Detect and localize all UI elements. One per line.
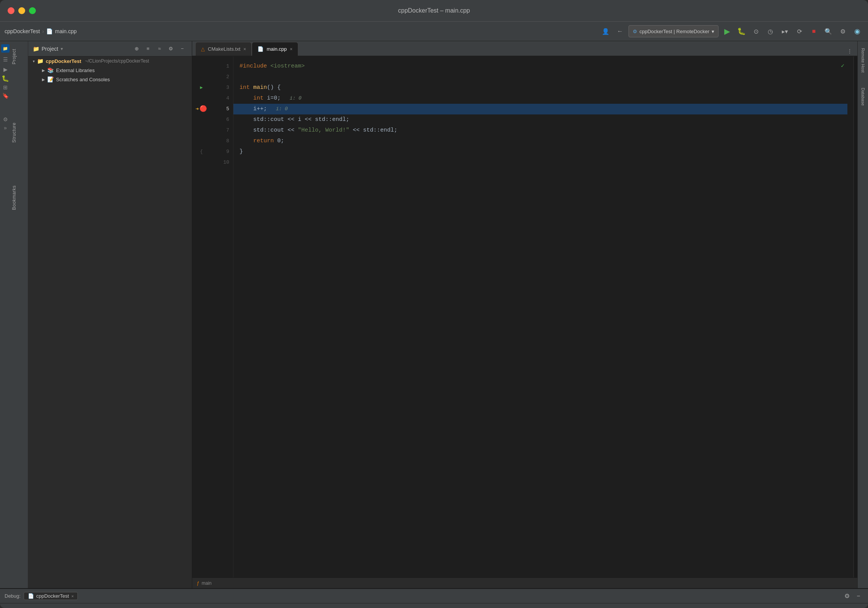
debug-settings-btn[interactable]: ⚙ [842, 591, 852, 601]
debug-rerun-btn[interactable]: ↺ [3, 605, 14, 608]
breadcrumb-separator: › [42, 28, 44, 34]
bookmark-icon-btn[interactable]: 🔖 [2, 93, 9, 99]
code-hello-str: "Hello, World!" [298, 125, 349, 136]
debug-frames-btn[interactable]: ≡ [43, 605, 54, 608]
panel-dropdown-arrow[interactable]: ▾ [61, 46, 63, 51]
run-button[interactable]: ▶ [721, 25, 733, 37]
panel-header-actions: ⊕ ≡ ≈ ⚙ − [132, 44, 187, 54]
debug-grid-btn[interactable]: ⊞ [116, 605, 127, 608]
code-line-6: std::cout << i << std::endl; [240, 114, 854, 125]
file-icon: 📄 [46, 28, 53, 34]
gutter-line-9[interactable]: { [192, 146, 211, 157]
gutter-line-7 [192, 125, 211, 136]
run-icon-btn[interactable]: ▶ [3, 66, 8, 72]
tab-cmake[interactable]: △ CMakeLists.txt × [195, 42, 252, 56]
code-int2-kw: int [253, 93, 264, 104]
search-button[interactable]: 🔍 [822, 25, 834, 37]
code-hint-5: i: 0 [267, 104, 288, 114]
line1-check: ✓ [841, 61, 844, 72]
editor-scrollbar[interactable] [854, 56, 857, 577]
breadcrumb-project[interactable]: cppDockerTest [5, 28, 40, 34]
tree-item-scratches[interactable]: ▶ 📝 Scratches and Consoles [28, 75, 192, 84]
minimize-button[interactable] [18, 7, 25, 14]
stop-button[interactable]: ■ [808, 25, 820, 37]
code-line-5: i++; i: 0 [233, 104, 847, 114]
ext-libs-icon: 📚 [47, 67, 54, 73]
debug-force-step-btn[interactable]: ⇓ [80, 605, 90, 608]
close-button[interactable] [8, 7, 14, 14]
code-iplusplus: i++; [253, 104, 267, 114]
breakpoint-arrow: ➜ [196, 104, 199, 114]
code-content[interactable]: #include <iostream> ✓ int main () { [233, 56, 854, 577]
debug-close-btn[interactable]: − [854, 591, 863, 601]
back-button[interactable]: ← [614, 25, 626, 37]
debug-session-tab[interactable]: 📄 cppDockerTest × [24, 592, 78, 600]
line-num-6: 6 [211, 114, 229, 125]
code-indent8 [240, 136, 253, 146]
right-tab-remote[interactable]: Remote Host [859, 44, 867, 76]
more-run-button[interactable]: ▸▾ [779, 25, 791, 37]
debug-session-close[interactable]: × [71, 594, 74, 598]
sort-btn[interactable]: ≈ [154, 44, 164, 54]
gutter-line-8 [192, 136, 211, 146]
debug-session-icon: 📄 [28, 593, 34, 599]
cpp-tab-label: main.cpp [267, 46, 287, 52]
right-tab-database[interactable]: Database [859, 84, 867, 109]
editor-more-btn[interactable]: ⋮ [845, 47, 854, 56]
cmake-button[interactable]: ⟳ [793, 25, 805, 37]
cpp-tab-close[interactable]: × [290, 47, 293, 52]
editor-tabs-actions: ⋮ [845, 47, 857, 56]
maximize-button[interactable] [29, 7, 36, 14]
left-sidebar: Project Structure Bookmarks 📁 ☰ ▶ 🐛 ⊞ 🔖 … [0, 41, 28, 588]
navbar: cppDockerTest › 📄 main.cpp 👤 ← ⚙ cppDock… [0, 21, 868, 41]
structure-icon-btn[interactable]: ⊞ [3, 84, 8, 90]
code-line-9: } [240, 146, 854, 157]
notifications-button[interactable]: ◉ [851, 25, 863, 37]
breadcrumb-fn-icon: ƒ [197, 581, 199, 586]
panel-header: 📁 Project ▾ ⊕ ≡ ≈ ⚙ − [28, 41, 192, 56]
cmake-tab-label: CMakeLists.txt [208, 46, 240, 52]
breakpoint-dot[interactable]: 🔴 [199, 104, 207, 114]
code-cout1: std::cout << i << std::endl; [253, 114, 349, 125]
line-num-9: 9 [211, 146, 229, 157]
code-line-1: #include <iostream> ✓ [240, 61, 854, 72]
ext-libs-label: External Libraries [56, 68, 95, 73]
code-hint-4: i: 0 [281, 93, 302, 104]
remote-selector[interactable]: ⚙ cppDockerTest | RemoteDocker ▾ [628, 25, 719, 37]
tab-main-cpp[interactable]: 📄 main.cpp × [252, 42, 298, 56]
cmake-tab-close[interactable]: × [243, 47, 246, 52]
commit-icon-btn[interactable]: ☰ [3, 56, 8, 63]
collapse-btn[interactable]: ≡ [143, 44, 153, 54]
code-line-8: return 0; [240, 136, 854, 146]
debug-step-into-btn[interactable]: ↓ [68, 605, 78, 608]
gutter-line-3[interactable]: ▶ [192, 82, 211, 93]
debug-eval-btn[interactable]: ↗ [104, 605, 115, 608]
left-icon-bar: 📁 ☰ ▶ 🐛 ⊞ 🔖 ⚙ » [0, 41, 11, 588]
vcs-button[interactable]: 👤 [600, 25, 612, 37]
debug-restore-btn[interactable]: ⊡ [854, 605, 865, 608]
debug-toolbar-right: ⊡ [854, 605, 865, 608]
breadcrumb-file[interactable]: main.cpp [55, 28, 77, 34]
tree-item-ext-libs[interactable]: ▶ 📚 External Libraries [28, 66, 192, 75]
more-icon-btn[interactable]: » [4, 125, 7, 131]
coverage-button[interactable]: ⊙ [750, 25, 762, 37]
profile-button[interactable]: ◷ [764, 25, 776, 37]
code-space1 [267, 61, 270, 72]
settings-panel-btn[interactable]: ⚙ [166, 44, 176, 54]
debug-step-out-btn[interactable]: ↑ [92, 605, 103, 608]
panel-folder-icon: 📁 [33, 46, 39, 52]
debug-step-over-btn[interactable]: ↷ [55, 605, 66, 608]
debug-list-btn[interactable]: ☰ [129, 605, 139, 608]
code-line-3: int main () { [240, 82, 854, 93]
scope-btn[interactable]: ⊕ [132, 44, 141, 54]
scratches-arrow: ▶ [42, 77, 45, 82]
settings-button[interactable]: ⚙ [837, 25, 849, 37]
close-panel-btn[interactable]: − [177, 44, 187, 54]
remote-selector-label: cppDockerTest | RemoteDocker [640, 29, 709, 34]
tree-root-item[interactable]: ▾ 📁 cppDockerTest ~/CLionProjects/cppDoc… [28, 56, 192, 66]
project-icon-btn[interactable]: 📁 [1, 44, 10, 53]
debug-icon-btn[interactable]: 🐛 [2, 75, 9, 82]
settings-icon-btn[interactable]: ⚙ [3, 116, 8, 122]
debug-button[interactable]: 🐛 [735, 25, 747, 37]
gutter-line-2 [192, 72, 211, 82]
